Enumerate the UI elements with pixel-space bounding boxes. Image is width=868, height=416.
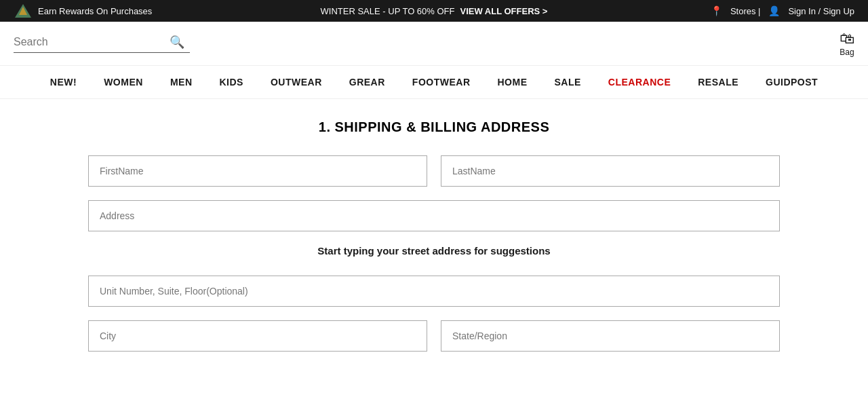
name-row — [88, 155, 780, 187]
lastname-input[interactable] — [441, 155, 780, 187]
header: 🔍 🛍 Bag — [0, 22, 868, 66]
nav-item-kids[interactable]: KIDS — [220, 77, 243, 88]
address-hint: Start typing your street address for sug… — [88, 245, 780, 257]
city-state-row — [88, 320, 780, 352]
nav-item-women[interactable]: WOMEN — [104, 77, 143, 88]
location-icon: 📍 — [711, 5, 722, 16]
nav-item-men[interactable]: MEN — [170, 77, 193, 88]
bag-button[interactable]: 🛍 Bag — [840, 30, 854, 57]
state-input[interactable] — [441, 320, 780, 352]
nav-item-outwear[interactable]: OUTWEAR — [271, 77, 322, 88]
section-title: 1. SHIPPING & BILLING ADDRESS — [88, 119, 780, 135]
address-input[interactable] — [88, 200, 780, 231]
stores-link[interactable]: Stores | — [730, 6, 761, 16]
banner-center: WINTER SALE - UP TO 60% OFF VIEW ALL OFF… — [321, 6, 548, 16]
signin-link[interactable]: Sign In / Sign Up — [788, 6, 854, 16]
nav-item-footwear[interactable]: FOOTWEAR — [412, 77, 471, 88]
nav-item-home[interactable]: HOME — [498, 77, 528, 88]
nav-item-sale[interactable]: SALE — [555, 77, 581, 88]
logo-icon — [14, 3, 33, 19]
nav-item-resale[interactable]: RESALE — [698, 77, 738, 88]
rewards-text: Earn Rewards On Purchases — [38, 6, 152, 16]
bag-label: Bag — [840, 48, 854, 57]
firstname-input[interactable] — [88, 155, 427, 187]
view-all-offers-button[interactable]: VIEW ALL OFFERS > — [460, 6, 548, 16]
main-content: 1. SHIPPING & BILLING ADDRESS Start typi… — [75, 99, 793, 385]
bag-icon: 🛍 — [840, 30, 854, 48]
nav-item-guidpost[interactable]: GUIDPOST — [766, 77, 818, 88]
banner-left: Earn Rewards On Purchases — [14, 3, 152, 19]
sale-text: WINTER SALE - UP TO 60% OFF — [321, 6, 455, 16]
search-input[interactable] — [14, 36, 170, 48]
nav-item-clearance[interactable]: CLEARANCE — [608, 77, 671, 88]
city-input[interactable] — [88, 320, 427, 352]
top-banner: Earn Rewards On Purchases WINTER SALE - … — [0, 0, 868, 22]
nav-item-grear[interactable]: GREAR — [349, 77, 385, 88]
nav-item-new[interactable]: NEW! — [50, 77, 77, 88]
unit-input[interactable] — [88, 276, 780, 307]
banner-right: 📍 Stores | 👤 Sign In / Sign Up — [711, 5, 854, 16]
search-icon[interactable]: 🔍 — [170, 35, 184, 50]
search-container[interactable]: 🔍 — [14, 35, 190, 53]
navigation: NEW! WOMEN MEN KIDS OUTWEAR GREAR FOOTWE… — [0, 66, 868, 99]
user-icon: 👤 — [768, 5, 780, 16]
